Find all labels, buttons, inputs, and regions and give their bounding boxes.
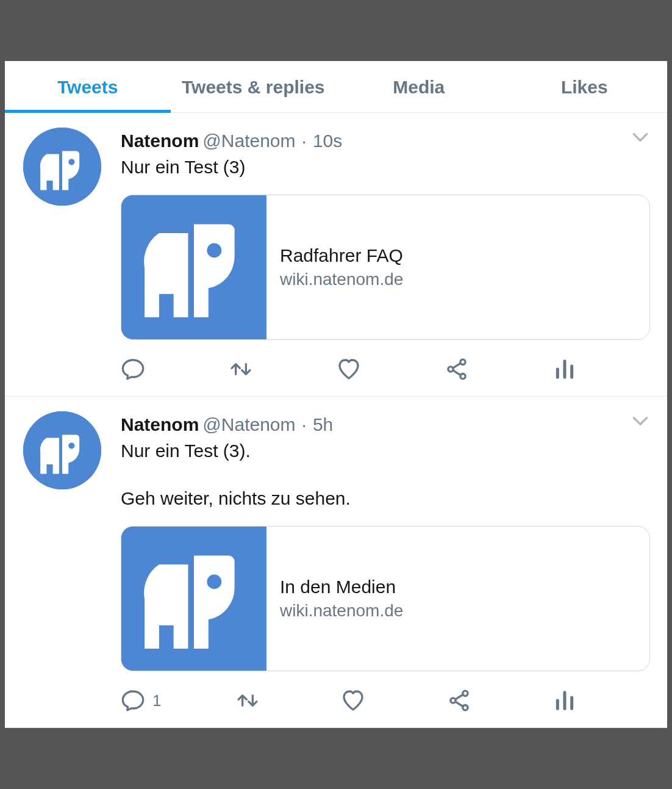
link-card-body: Radfahrer FAQ wiki.natenom.de: [266, 195, 649, 339]
tweet-content: Natenom @Natenom · 5h Nur ein Test (3). …: [102, 411, 650, 721]
retweet-button[interactable]: [235, 688, 267, 713]
tweet-header: Natenom @Natenom · 10s: [121, 128, 650, 151]
svg-point-8: [68, 442, 74, 449]
analytics-button[interactable]: [552, 688, 584, 713]
tab-media[interactable]: Media: [336, 61, 502, 112]
avatar-elephant-icon: [23, 411, 101, 489]
tweet-text: Nur ein Test (3): [121, 155, 650, 179]
author-name[interactable]: Natenom: [121, 414, 199, 435]
separator-dot: ·: [299, 131, 309, 151]
card-elephant-icon: [121, 195, 266, 340]
analytics-icon: [552, 357, 577, 381]
tweet-actions: 1: [121, 688, 584, 713]
tweet[interactable]: Natenom @Natenom · 5h Nur ein Test (3). …: [5, 397, 667, 728]
author-handle[interactable]: @Natenom: [202, 414, 295, 435]
reply-count: 1: [152, 691, 161, 710]
retweet-icon: [229, 357, 253, 381]
avatar[interactable]: [23, 411, 101, 489]
analytics-button[interactable]: [552, 357, 584, 381]
tweet-header-left: Natenom @Natenom · 10s: [121, 131, 342, 151]
tweet-header-left: Natenom @Natenom · 5h: [121, 414, 333, 435]
svg-point-10: [207, 575, 221, 589]
reply-icon: [121, 688, 145, 713]
avatar[interactable]: [23, 128, 101, 206]
tweet[interactable]: Natenom @Natenom · 10s Nur ein Test (3): [5, 113, 667, 397]
svg-point-3: [207, 243, 221, 258]
analytics-icon: [552, 688, 577, 713]
tweet-time[interactable]: 10s: [313, 131, 342, 151]
link-card[interactable]: In den Medien wiki.natenom.de: [121, 526, 650, 671]
tweet-menu-button[interactable]: [631, 411, 650, 428]
like-button[interactable]: [337, 357, 368, 381]
share-icon: [445, 357, 469, 381]
card-elephant-icon: [121, 527, 266, 671]
heart-icon: [341, 688, 365, 713]
tab-likes[interactable]: Likes: [502, 61, 668, 112]
link-card[interactable]: Radfahrer FAQ wiki.natenom.de: [121, 195, 650, 340]
share-button[interactable]: [445, 357, 476, 381]
reply-icon: [121, 357, 145, 381]
link-card-body: In den Medien wiki.natenom.de: [266, 527, 649, 671]
tweet-time[interactable]: 5h: [313, 414, 333, 435]
author-handle[interactable]: @Natenom: [202, 131, 295, 151]
tweet-actions: [121, 357, 584, 381]
tweet-menu-button[interactable]: [631, 128, 650, 145]
chevron-down-icon: [631, 128, 650, 147]
link-card-domain: wiki.natenom.de: [280, 601, 636, 621]
separator-dot: ·: [299, 414, 309, 435]
link-card-title: Radfahrer FAQ: [280, 245, 636, 266]
tweet-text: Nur ein Test (3). Geh weiter, nichts zu …: [121, 439, 650, 510]
profile-tabs: Tweets Tweets & replies Media Likes: [5, 61, 667, 113]
link-card-domain: wiki.natenom.de: [280, 270, 636, 289]
tweet-content: Natenom @Natenom · 10s Nur ein Test (3): [102, 128, 650, 390]
tab-tweets-replies[interactable]: Tweets & replies: [171, 61, 337, 112]
svg-point-1: [68, 159, 74, 165]
tweet-header: Natenom @Natenom · 5h: [121, 411, 650, 435]
author-name[interactable]: Natenom: [121, 131, 199, 151]
link-card-title: In den Medien: [280, 577, 636, 597]
share-icon: [447, 688, 471, 713]
link-card-thumb: [121, 195, 266, 340]
retweet-button[interactable]: [229, 357, 260, 381]
tab-tweets[interactable]: Tweets: [5, 61, 171, 112]
retweet-icon: [235, 688, 260, 713]
reply-button[interactable]: [121, 357, 152, 381]
chevron-down-icon: [631, 411, 650, 431]
app-screen: Tweets Tweets & replies Media Likes: [0, 56, 672, 733]
reply-button[interactable]: 1: [121, 688, 161, 713]
share-button[interactable]: [447, 688, 479, 713]
avatar-column: [23, 128, 102, 390]
avatar-elephant-icon: [23, 128, 101, 206]
avatar-column: [23, 411, 102, 721]
like-button[interactable]: [341, 688, 373, 713]
link-card-thumb: [121, 527, 266, 671]
heart-icon: [337, 357, 361, 381]
